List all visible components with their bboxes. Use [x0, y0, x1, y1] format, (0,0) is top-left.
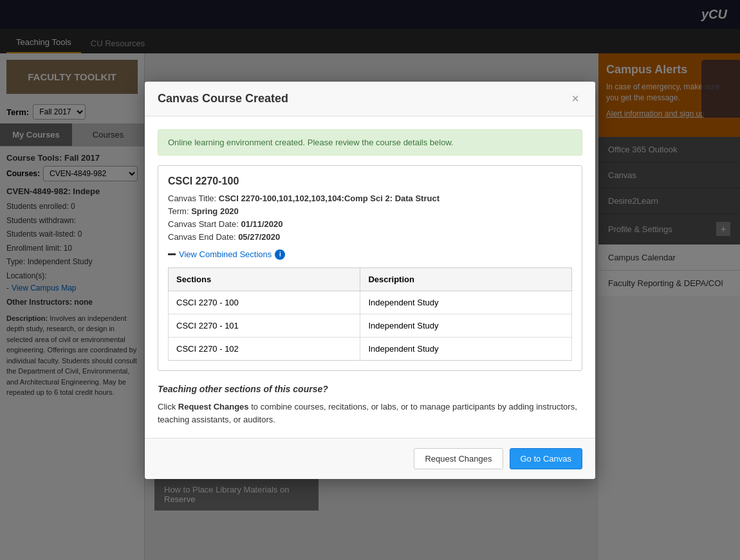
start-date-row: Canvas Start Date: 01/11/2020: [168, 219, 572, 229]
description-0: Independent Study: [360, 291, 572, 314]
course-card-title: CSCI 2270-100: [168, 176, 572, 187]
request-changes-inline: Request Changes: [178, 402, 249, 411]
start-date-value: 01/11/2020: [241, 219, 282, 229]
canvas-title-row: Canvas Title: CSCI 2270-100,101,102,103,…: [168, 194, 572, 203]
info-icon[interactable]: i: [275, 249, 285, 260]
modal-footer: Request Changes Go to Canvas: [145, 438, 595, 479]
start-date-label: Canvas Start Date:: [168, 219, 239, 229]
term-value-modal: Spring 2020: [191, 206, 239, 216]
canvas-title-label: Canvas Title:: [168, 194, 216, 203]
term-label-modal: Term:: [168, 206, 189, 216]
dash-icon: [168, 253, 176, 255]
modal-overlay: Canvas Course Created × Online learning …: [0, 0, 740, 560]
section-1: CSCI 2270 - 101: [169, 314, 360, 337]
view-combined-link[interactable]: View Combined Sections: [179, 249, 272, 259]
sections-table: Sections Description CSCI 2270 - 100 Ind…: [168, 267, 572, 361]
request-changes-button[interactable]: Request Changes: [414, 448, 503, 469]
canvas-title-value: CSCI 2270-100,101,102,103,104:Comp Sci 2…: [219, 194, 439, 203]
end-date-row: Canvas End Date: 05/27/2020: [168, 232, 572, 242]
modal-title: Canvas Course Created: [158, 92, 288, 105]
table-row: CSCI 2270 - 102 Independent Study: [169, 337, 572, 360]
sections-header: Sections: [169, 267, 360, 291]
modal-body: Online learning environment created. Ple…: [145, 116, 595, 438]
teaching-text: Click Request Changes to combine courses…: [158, 401, 582, 428]
table-row: CSCI 2270 - 100 Independent Study: [169, 291, 572, 314]
modal: Canvas Course Created × Online learning …: [145, 82, 595, 479]
view-combined-row: View Combined Sections i: [168, 249, 572, 260]
success-banner: Online learning environment created. Ple…: [158, 129, 582, 156]
section-0: CSCI 2270 - 100: [169, 291, 360, 314]
teaching-section: Teaching other sections of this course? …: [158, 381, 582, 434]
description-2: Independent Study: [360, 337, 572, 360]
modal-close-button[interactable]: ×: [568, 91, 582, 106]
course-card: CSCI 2270-100 Canvas Title: CSCI 2270-10…: [158, 165, 582, 371]
go-to-canvas-button[interactable]: Go to Canvas: [510, 448, 583, 469]
end-date-value: 05/27/2020: [238, 232, 280, 242]
section-2: CSCI 2270 - 102: [169, 337, 360, 360]
description-header: Description: [360, 267, 572, 291]
table-row: CSCI 2270 - 101 Independent Study: [169, 314, 572, 337]
description-1: Independent Study: [360, 314, 572, 337]
term-row-modal: Term: Spring 2020: [168, 206, 572, 216]
modal-header: Canvas Course Created ×: [145, 82, 595, 116]
end-date-label: Canvas End Date:: [168, 232, 236, 242]
teaching-title: Teaching other sections of this course?: [158, 384, 582, 394]
